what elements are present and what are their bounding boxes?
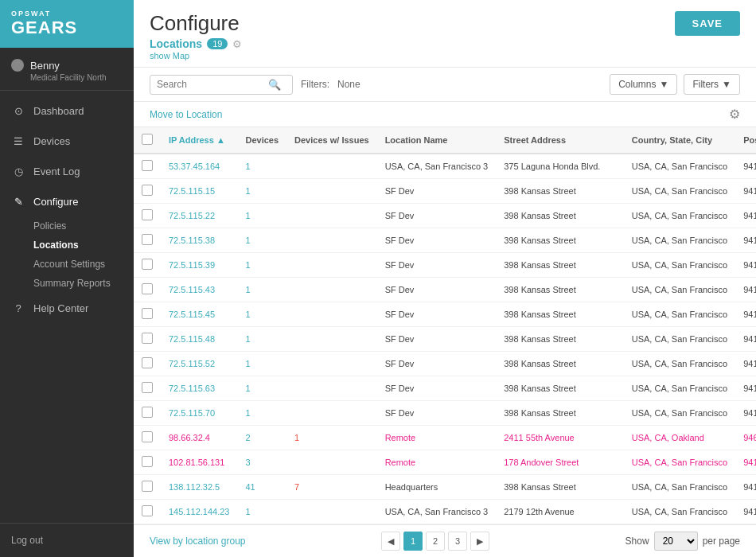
- logout-button[interactable]: Log out: [11, 535, 43, 546]
- sidebar-item-account-settings[interactable]: Account Settings: [33, 255, 134, 274]
- locations-table: IP Address ▲ Devices Devices w/ Issues L…: [134, 127, 756, 524]
- cell-issues: [286, 302, 377, 327]
- pagination-page-2[interactable]: 2: [426, 532, 445, 551]
- col-header-issues[interactable]: Devices w/ Issues: [286, 127, 377, 154]
- cell-ip: 72.5.115.43: [161, 278, 237, 302]
- save-button[interactable]: SAVE: [675, 11, 740, 36]
- per-page-select[interactable]: 20 50 100: [654, 532, 698, 551]
- col-header-ip[interactable]: IP Address ▲: [161, 127, 237, 154]
- row-checkbox[interactable]: [142, 481, 153, 492]
- cell-issues: [286, 376, 377, 401]
- row-checkbox[interactable]: [142, 431, 153, 442]
- view-by-location-group-link[interactable]: View by location group: [150, 536, 246, 547]
- sidebar-item-policies[interactable]: Policies: [33, 216, 134, 236]
- row-checkbox-cell[interactable]: [134, 352, 161, 376]
- pagination-page-3[interactable]: 3: [448, 532, 467, 551]
- search-input[interactable]: [157, 79, 268, 90]
- row-checkbox[interactable]: [142, 185, 153, 196]
- locations-badge: 19: [207, 38, 228, 49]
- row-checkbox[interactable]: [142, 505, 153, 516]
- filters-dropdown[interactable]: Filters ▼: [684, 74, 740, 95]
- row-checkbox-cell[interactable]: [134, 302, 161, 327]
- cell-devices: 1: [237, 228, 286, 253]
- cell-devices: 1: [237, 500, 286, 524]
- sidebar-item-label: Help Center: [33, 302, 88, 314]
- row-checkbox-cell[interactable]: [134, 204, 161, 228]
- cell-street: 398 Kansas Street: [496, 475, 624, 500]
- table-row: 145.112.144.23 1 USA, CA, San Francisco …: [134, 500, 756, 524]
- row-checkbox[interactable]: [142, 259, 153, 270]
- row-checkbox[interactable]: [142, 407, 153, 418]
- table-row: 102.81.56.131 3 Remote 178 Andover Stree…: [134, 450, 756, 475]
- row-checkbox[interactable]: [142, 333, 153, 344]
- configure-icon: ✎: [11, 194, 25, 208]
- table-settings-icon[interactable]: ⚙: [729, 107, 740, 122]
- col-header-location[interactable]: Location Name: [377, 127, 497, 154]
- row-checkbox[interactable]: [142, 234, 153, 245]
- sidebar-item-summary-reports[interactable]: Summary Reports: [33, 274, 134, 293]
- pagination-next[interactable]: ▶: [470, 532, 489, 551]
- row-checkbox[interactable]: [142, 357, 153, 368]
- row-checkbox[interactable]: [142, 456, 153, 467]
- col-header-postal[interactable]: Postal Code: [735, 127, 756, 154]
- cell-location: SF Dev: [377, 376, 497, 401]
- move-to-location-button[interactable]: Move to Location: [150, 109, 222, 120]
- sidebar-nav: ⊙ Dashboard ☰ Devices ◷ Event Log ✎ Conf…: [0, 91, 134, 523]
- row-checkbox-cell[interactable]: [134, 475, 161, 500]
- sidebar-item-eventlog[interactable]: ◷ Event Log: [0, 156, 134, 186]
- row-checkbox[interactable]: [142, 283, 153, 294]
- sidebar-item-dashboard[interactable]: ⊙ Dashboard: [0, 95, 134, 126]
- row-checkbox-cell[interactable]: [134, 179, 161, 204]
- row-checkbox[interactable]: [142, 382, 153, 393]
- table-row: 138.112.32.5 41 7 Headquarters 398 Kansa…: [134, 475, 756, 500]
- row-checkbox[interactable]: [142, 209, 153, 220]
- cell-ip: 72.5.115.15: [161, 179, 237, 204]
- cell-country: USA, CA, San Francisco: [624, 154, 735, 179]
- cell-ip: 98.66.32.4: [161, 426, 237, 450]
- cell-location: SF Dev: [377, 253, 497, 278]
- row-checkbox-cell[interactable]: [134, 376, 161, 401]
- cell-location: SF Dev: [377, 327, 497, 352]
- row-checkbox-cell[interactable]: [134, 426, 161, 450]
- select-all-header[interactable]: [134, 127, 161, 154]
- row-checkbox-cell[interactable]: [134, 401, 161, 426]
- devices-icon: ☰: [11, 134, 25, 148]
- col-header-country[interactable]: Country, State, City: [624, 127, 735, 154]
- settings-icon[interactable]: ⚙: [232, 38, 242, 50]
- cell-postal: 94103: [735, 352, 756, 376]
- cell-country: USA, CA, Oakland: [624, 426, 735, 450]
- logo-opswat: OPSWAT: [11, 10, 51, 18]
- sidebar-item-label: Event Log: [33, 166, 80, 177]
- row-checkbox-cell[interactable]: [134, 278, 161, 302]
- select-all-checkbox[interactable]: [142, 134, 153, 145]
- pagination-prev[interactable]: ◀: [381, 532, 400, 551]
- sidebar-item-configure[interactable]: ✎ Configure: [0, 186, 134, 216]
- row-checkbox-cell[interactable]: [134, 154, 161, 179]
- cell-devices: 2: [237, 426, 286, 450]
- col-header-devices[interactable]: Devices: [237, 127, 286, 154]
- col-header-street[interactable]: Street Address: [496, 127, 624, 154]
- show-map-link[interactable]: show Map: [150, 51, 740, 60]
- cell-devices: 1: [237, 327, 286, 352]
- cell-street: 398 Kansas Street: [496, 204, 624, 228]
- row-checkbox-cell[interactable]: [134, 228, 161, 253]
- sidebar-item-devices[interactable]: ☰ Devices: [0, 126, 134, 156]
- row-checkbox-cell[interactable]: [134, 327, 161, 352]
- dashboard-icon: ⊙: [11, 103, 25, 118]
- sidebar-item-help[interactable]: ? Help Center: [0, 293, 134, 323]
- sidebar-footer: Log out: [0, 523, 134, 557]
- table-row: 72.5.115.22 1 SF Dev 398 Kansas Street U…: [134, 204, 756, 228]
- row-checkbox[interactable]: [142, 308, 153, 319]
- row-checkbox-cell[interactable]: [134, 500, 161, 524]
- cell-issues: [286, 204, 377, 228]
- pagination-page-1[interactable]: 1: [403, 532, 423, 551]
- sidebar-item-locations[interactable]: Locations: [33, 236, 134, 255]
- columns-dropdown[interactable]: Columns ▼: [610, 74, 677, 95]
- row-checkbox-cell[interactable]: [134, 450, 161, 475]
- cell-issues: [286, 154, 377, 179]
- row-checkbox-cell[interactable]: [134, 253, 161, 278]
- cell-devices: 1: [237, 204, 286, 228]
- cell-location: SF Dev: [377, 179, 497, 204]
- cell-country: USA, CA, San Francisco: [624, 352, 735, 376]
- row-checkbox[interactable]: [142, 160, 153, 171]
